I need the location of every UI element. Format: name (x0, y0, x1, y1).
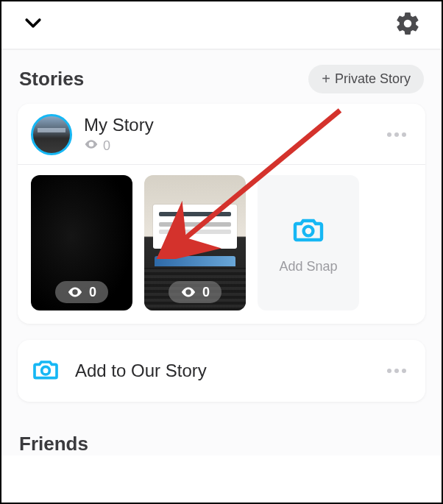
my-story-view-count: 0 (103, 138, 110, 154)
add-snap-label: Add Snap (279, 259, 337, 274)
svg-point-0 (304, 226, 313, 235)
settings-gear-icon[interactable] (394, 10, 421, 40)
snap-2-view-count: 0 (202, 285, 210, 300)
my-story-title: My Story (84, 115, 381, 135)
our-story-label: Add to Our Story (75, 361, 366, 381)
stories-section-title: Stories (19, 68, 84, 90)
my-story-row[interactable]: My Story 0 (18, 104, 425, 164)
my-story-views: 0 (84, 137, 381, 155)
my-story-avatar[interactable] (31, 114, 72, 155)
snap-1-view-count: 0 (89, 285, 96, 300)
plus-icon: + (322, 71, 330, 88)
snap-2-view-pill: 0 (169, 281, 222, 303)
eye-icon (84, 137, 99, 155)
snap-1-view-pill: 0 (55, 281, 108, 303)
story-snap-thumb-2[interactable]: 0 (144, 175, 246, 310)
add-to-our-story-button[interactable]: Add to Our Story (18, 340, 425, 402)
friends-section-title: Friends (19, 433, 88, 455)
camera-icon (31, 355, 60, 387)
add-snap-button[interactable]: Add Snap (258, 175, 359, 310)
private-story-button[interactable]: + Private Story (308, 65, 424, 93)
camera-icon (291, 212, 326, 250)
svg-point-1 (42, 366, 50, 375)
our-story-card: Add to Our Story (18, 340, 425, 402)
our-story-more-icon[interactable] (381, 363, 412, 379)
story-snap-thumb-1[interactable]: 0 (31, 175, 132, 310)
my-story-more-icon[interactable] (381, 127, 412, 143)
private-story-label: Private Story (335, 71, 411, 87)
back-chevron-icon[interactable] (22, 13, 44, 38)
my-story-card: My Story 0 0 (18, 104, 425, 324)
